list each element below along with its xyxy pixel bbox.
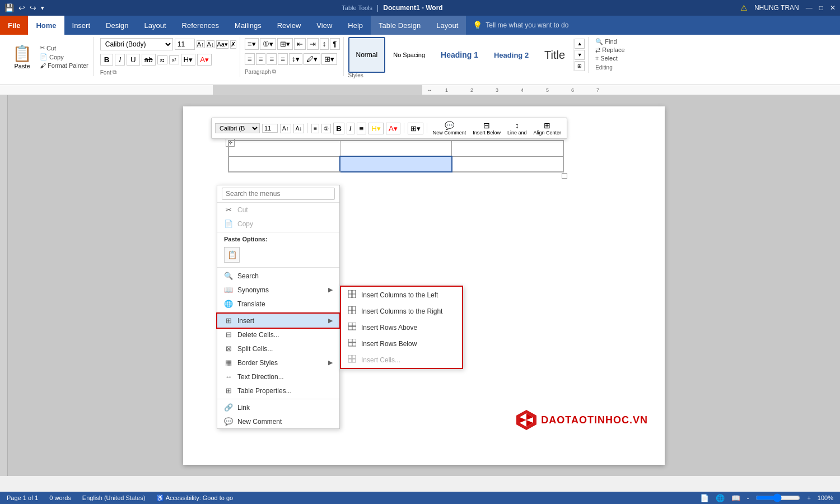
tab-layout[interactable]: Layout (137, 16, 174, 35)
float-font-color[interactable]: A▾ (386, 123, 400, 134)
context-search-input[interactable] (222, 188, 335, 200)
paste-icon-btn[interactable]: 📋 (224, 247, 240, 263)
style-normal[interactable]: Normal (348, 37, 386, 73)
increase-font-button[interactable]: A↑ (197, 40, 205, 48)
float-align-center[interactable]: ⊞ Align Center (531, 120, 563, 137)
tab-references[interactable]: References (174, 16, 227, 35)
float-insert-below[interactable]: ⊟ Insert Below (470, 120, 503, 137)
float-font-select[interactable]: Calibri (B (215, 123, 260, 133)
window-maximize[interactable]: □ (819, 4, 823, 12)
styles-scroll-down[interactable]: ▼ (575, 50, 585, 60)
tab-mailings[interactable]: Mailings (227, 16, 269, 35)
align-left-button[interactable]: ≡ (245, 53, 255, 65)
delete-cells-menu-item[interactable]: ⊟ Delete Cells... (217, 328, 339, 342)
style-title[interactable]: Title (536, 37, 573, 73)
insert-menu-item[interactable]: ⊞ Insert ▶ (217, 314, 339, 328)
float-dec-font[interactable]: A↓ (293, 124, 305, 133)
quick-access-more[interactable]: ▾ (41, 4, 44, 12)
font-size-input[interactable] (175, 39, 195, 50)
username[interactable]: NHUNG TRAN (754, 4, 799, 12)
borders-button[interactable]: ⊞▾ (321, 53, 337, 65)
italic-button[interactable]: I (115, 54, 125, 66)
copy-menu-item[interactable]: 📄 Copy (217, 217, 339, 231)
font-name-select[interactable]: Calibri (Body) (100, 38, 173, 50)
tab-file[interactable]: File (0, 16, 28, 35)
float-bullets[interactable]: ≡ (311, 124, 319, 133)
float-new-comment[interactable]: 💬 New Comment (431, 120, 469, 137)
float-numbering[interactable]: ① (321, 124, 331, 133)
show-formatting-button[interactable]: ¶ (330, 38, 339, 50)
tab-review[interactable]: Review (269, 16, 309, 35)
undo-icon[interactable]: ↩ (18, 3, 25, 12)
insert-cols-left-item[interactable]: Insert Columns to the Left (341, 287, 462, 303)
bullets-button[interactable]: ≡▾ (245, 38, 259, 50)
align-center-button[interactable]: ≡ (256, 53, 266, 65)
text-direction-menu-item[interactable]: ↔ Text Direction... (217, 370, 339, 384)
select-button[interactable]: ⌗ Select (595, 55, 624, 62)
table-cell[interactable] (452, 156, 563, 172)
view-read-icon[interactable]: 📖 (731, 494, 740, 502)
table-cell[interactable] (452, 141, 563, 156)
float-align[interactable]: ≡ (357, 123, 367, 134)
decrease-font-button[interactable]: A↓ (207, 40, 215, 48)
cut-button[interactable]: ✂ Cut (39, 44, 90, 52)
insert-cells-item[interactable]: Insert Cells... (341, 352, 462, 368)
change-case-button[interactable]: Aa▾ (216, 40, 228, 49)
float-bold[interactable]: B (333, 123, 344, 134)
clear-formatting-button[interactable]: ✗ (230, 40, 236, 49)
tab-help[interactable]: Help (340, 16, 371, 35)
float-font-size[interactable] (262, 124, 278, 133)
insert-rows-below-item[interactable]: Insert Rows Below (341, 335, 462, 352)
window-minimize[interactable]: — (806, 4, 813, 12)
float-line-spacing[interactable]: ↕ Line and (505, 120, 529, 137)
justify-button[interactable]: ≡ (278, 53, 288, 65)
save-icon[interactable]: 💾 (4, 3, 14, 12)
font-color-button[interactable]: A▾ (197, 54, 212, 66)
format-painter-button[interactable]: 🖌 Format Painter (39, 62, 90, 69)
tab-home[interactable]: Home (28, 16, 64, 35)
insert-cols-right-item[interactable]: Insert Columns to the Right (341, 303, 462, 319)
accessibility[interactable]: ♿ Accessibility: Good to go (156, 494, 233, 502)
table-cell[interactable] (228, 141, 340, 156)
numbering-button[interactable]: ①▾ (260, 38, 276, 50)
redo-icon[interactable]: ↪ (30, 3, 36, 12)
zoom-slider[interactable] (755, 493, 800, 502)
paste-button[interactable]: 📋 Paste (8, 37, 36, 76)
underline-button[interactable]: U (127, 54, 140, 66)
style-heading2[interactable]: Heading 2 (486, 37, 536, 73)
zoom-in-button[interactable]: + (807, 494, 810, 501)
table-cell[interactable] (340, 141, 451, 156)
styles-more[interactable]: ⊞ (575, 61, 585, 71)
sort-button[interactable]: ↕ (320, 38, 329, 50)
styles-scroll-up[interactable]: ▲ (575, 39, 585, 49)
tab-insert[interactable]: Insert (64, 16, 99, 35)
strikethrough-button[interactable]: ab (142, 54, 156, 66)
window-close[interactable]: ✕ (830, 4, 836, 12)
view-print-icon[interactable]: 📄 (700, 494, 709, 502)
table-cell[interactable] (228, 156, 340, 172)
table-cell[interactable] (340, 156, 451, 172)
insert-rows-above-item[interactable]: Insert Rows Above (341, 319, 462, 335)
split-cells-menu-item[interactable]: ⊠ Split Cells... (217, 342, 339, 356)
subscript-button[interactable]: x₂ (157, 55, 168, 64)
float-borders[interactable]: ⊞▾ (408, 123, 423, 134)
increase-indent-button[interactable]: ⇥ (307, 38, 319, 50)
align-right-button[interactable]: ≡ (267, 53, 277, 65)
tab-table-layout[interactable]: Layout (428, 16, 466, 35)
tab-view[interactable]: View (309, 16, 340, 35)
tell-me-input[interactable]: Tell me what you want to do (486, 21, 568, 29)
float-highlight[interactable]: H▾ (368, 123, 384, 134)
new-comment-menu-item[interactable]: 💬 New Comment (217, 414, 339, 428)
search-menu-item[interactable]: 🔍 Search (217, 269, 339, 283)
superscript-button[interactable]: x² (169, 55, 179, 64)
synonyms-menu-item[interactable]: 📖 Synonyms ▶ (217, 283, 339, 297)
cut-menu-item[interactable]: ✂ Cut (217, 203, 339, 217)
text-highlight-button[interactable]: H▾ (181, 54, 196, 66)
line-spacing-button[interactable]: ↕▾ (289, 53, 302, 65)
table-resize-handle[interactable] (562, 173, 567, 179)
style-heading1[interactable]: Heading 1 (433, 37, 486, 73)
shading-button[interactable]: 🖊▾ (304, 53, 320, 65)
zoom-out-button[interactable]: - (747, 494, 749, 501)
replace-button[interactable]: ⇄ Replace (595, 46, 624, 54)
link-menu-item[interactable]: 🔗 Link (217, 400, 339, 414)
